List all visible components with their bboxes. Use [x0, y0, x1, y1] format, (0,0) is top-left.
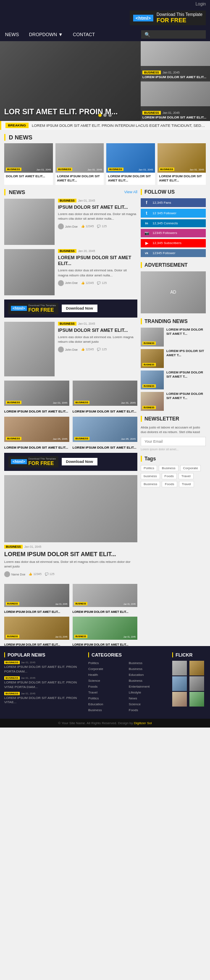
small-news-3[interactable]: BUSINESS Jan 05, 2045 LOREM IPSUM DOLOR … [4, 417, 69, 449]
footer-cat-business3[interactable]: Business [129, 678, 168, 683]
footer-cat-education2[interactable]: Education [88, 702, 128, 707]
footer-cat-business[interactable]: Business [129, 661, 168, 665]
tag-corporate[interactable]: Corporate [180, 465, 201, 471]
second-article-img [4, 249, 55, 295]
featured-tag-row: BUSINESS Jan 01, 2045 [58, 199, 137, 202]
tag-business2[interactable]: business [141, 473, 160, 479]
trending-card-3[interactable]: BUSINESS Jan 01, 2045 LOREM IPSUM DOLOR … [106, 143, 155, 185]
footer-cat-entertainment[interactable]: Entertainment [129, 684, 168, 689]
nav-dropdown[interactable]: DROPDOWN ▼ [28, 28, 64, 41]
footer-news-item-3[interactable]: BUSINESS Jan 01, 2045 LOREM IPSUM DOLOR … [4, 692, 84, 705]
footer-cat-politics2[interactable]: Politics [88, 696, 128, 701]
free-text: FOR FREE [157, 17, 202, 24]
flickr-img-1[interactable] [172, 661, 187, 675]
trending-sidebar-body-4: LOREM IPSUM DOLOR SIT AMET T... [166, 392, 206, 411]
search-input[interactable] [141, 30, 206, 39]
footer-cat-education[interactable]: Education [129, 673, 168, 677]
bottom-date-4: Jan 01, 2045 [123, 636, 136, 638]
follow-facebook[interactable]: f 12,345 Fans [141, 198, 206, 207]
bottom-small-2[interactable]: BUSINESS Jan 01, 2045 LOREM IPSUM DOLOR … [73, 584, 138, 613]
follow-twitter[interactable]: t 12 345 Follower [141, 209, 206, 218]
footer-cat-news[interactable]: News [129, 696, 168, 701]
tag-foods2[interactable]: Foods [162, 481, 177, 487]
small-news-4[interactable]: BUSINESS Jan 05, 2045 LOREM IPSUM DOLOR … [73, 417, 138, 449]
flickr-img-4[interactable] [189, 676, 204, 691]
login-link[interactable]: Login [196, 2, 206, 6]
trending-card-1[interactable]: BUSINESS Jan 01, 2045 DOLOR SIT AMET ELI… [4, 143, 53, 185]
trending-card-body-1: DOLOR SIT AMET ELIT... [4, 173, 53, 180]
footer-news-tag-row-1: BUSINESS Jan 01, 2045 [4, 661, 84, 664]
follow-instagram[interactable]: 📷 12345 Followers [141, 229, 206, 237]
flickr-img-2[interactable] [189, 661, 204, 675]
trending-card-4[interactable]: BUSINESS Jan 01, 2045 LOREM IPSUM DOLOR … [158, 143, 206, 185]
footer-news-text-1: LOREM IPSUM DOLOR SIT AMET ELIT. PROIN P… [4, 665, 84, 674]
second-article: BUSINESS Jan 20, 2045 LOREM IPSUM DOLOR … [4, 249, 137, 295]
footer-news-item-2[interactable]: BUSINESS Jan 01, 2045 LOREM IPSUM DOLOR … [4, 676, 84, 689]
bottom-title-2: LOREM IPSUM DOLOR SIT AMET ELIT... [73, 610, 138, 613]
footer-cat-business2[interactable]: Business [129, 667, 168, 671]
tag-politics[interactable]: Politics [141, 465, 157, 471]
footer-cat-travel[interactable]: Travel [88, 690, 128, 695]
flickr-img-6[interactable] [189, 692, 204, 707]
trending-sidebar-img-2: BUSINESS [141, 349, 164, 368]
tag-business3[interactable]: Business [141, 481, 160, 487]
trending-sidebar-img-3: BUSINESS [141, 370, 164, 389]
two-col-layout: NEWS View All BUSINESS Jan 01, 2045 IPSU… [0, 189, 210, 646]
ad-banner-2[interactable]: <html> Download This Template FOR FREE D… [4, 453, 137, 471]
flickr-img-5[interactable] [172, 692, 187, 707]
bottom-small-news: BUSINESS Jan 01, 2045 LOREM IPSUM DOLOR … [4, 584, 137, 646]
footer-cat-foods2[interactable]: Foods [129, 708, 168, 712]
trending-sidebar-2[interactable]: BUSINESS LOREM IPS DOLOR SIT AMET T... [141, 349, 206, 368]
footer: POPULAR NEWS BUSINESS Jan 01, 2045 LOREM… [0, 646, 210, 719]
tag-business[interactable]: Business [159, 465, 178, 471]
small-news-2[interactable]: BUSINESS Jan 01, 2045 LOREM IPSUM DOLOR … [73, 381, 138, 413]
ad-badge-code-2: <html> [11, 459, 27, 464]
tag-foods[interactable]: Foods [162, 473, 177, 479]
follow-linkedin[interactable]: in 12,345 Connects [141, 219, 206, 227]
small-date-1: Jan 01, 2045 [53, 402, 68, 404]
trending-sidebar-1[interactable]: BUSINESS LOREM IPSUM DOLOR SIT AMET T... [141, 328, 206, 347]
footer-cat-business4[interactable]: Business [88, 708, 128, 712]
view-all-link[interactable]: View All [124, 190, 137, 194]
tag-travel2[interactable]: Travel [179, 481, 194, 487]
follow-youtube[interactable]: ▶ 12,345 Subscribers [141, 239, 206, 247]
follow-vk-info: 12345 Follower [152, 251, 203, 255]
footer-cat-science[interactable]: Science [88, 678, 128, 683]
large-featured-date: Jan 01, 2045 [24, 545, 41, 548]
trending-card-2[interactable]: BUSINESS Jan 01, 2045 LOREM IPSUM DOLOR … [55, 143, 104, 185]
footer-cat-politics[interactable]: Politics [88, 661, 128, 665]
newsletter-email-input[interactable] [141, 437, 206, 446]
html-codex-badge[interactable]: <html> Download This Template FOR FREE [130, 11, 206, 25]
small-news-img-2: BUSINESS Jan 01, 2045 [73, 381, 138, 406]
hero-slider: LOR SIT AMET ELIT. PROIN M... BUSINESS J… [0, 41, 210, 121]
nav-contact[interactable]: CONTACT [72, 28, 96, 41]
follow-vk[interactable]: vk 12345 Follower [141, 249, 206, 257]
twitter-icon: t [143, 211, 150, 215]
trending-sidebar-4[interactable]: BUSINESS LOREM IPSUM DOLOR SIT AMET T... [141, 392, 206, 411]
more-news-1-author-name: John Doe [65, 348, 78, 351]
footer-bottom: © Your Site Name. All Rights Reserved. D… [0, 719, 210, 728]
bottom-small-1[interactable]: BUSINESS Jan 01, 2045 LOREM IPSUM DOLOR … [4, 584, 69, 613]
bottom-small-img-1: BUSINESS Jan 01, 2045 [4, 584, 69, 607]
bottom-small-3[interactable]: BUSINESS Jan 01, 2045 LOREM IPSUM DOLOR … [4, 617, 69, 646]
hero-side-item-1[interactable]: BUSINESS Jan 01, 2045 LOREM IPSUM DOLOR … [141, 41, 210, 81]
ad-download-btn-2[interactable]: Download Now [62, 458, 97, 465]
footer-cat-health[interactable]: Health [88, 673, 128, 677]
ad-download-btn[interactable]: Download Now [62, 305, 97, 312]
footer-cat-foods[interactable]: Foods [88, 684, 128, 689]
small-news-1[interactable]: BUSINESS Jan 01, 2045 LOREM IPSUM DOLOR … [4, 381, 69, 413]
footer-cat-science2[interactable]: Science [129, 702, 168, 707]
footer-cat-lifestyle[interactable]: Lifestyle [129, 690, 168, 695]
main-column: NEWS View All BUSINESS Jan 01, 2045 IPSU… [4, 189, 141, 646]
ad-banner-1[interactable]: <html> Download This Template FOR FREE D… [4, 300, 137, 318]
tag-travel[interactable]: Travel [178, 473, 194, 479]
bottom-small-4[interactable]: BUSINESS Jan 01, 2045 LOREM IPSUM DOLOR … [73, 617, 138, 646]
footer-news-item-1[interactable]: BUSINESS Jan 01, 2045 LOREM IPSUM DOLOR … [4, 661, 84, 674]
trending-sidebar-3[interactable]: BUSINESS LOREM IPSUM DOLOR SIT AMET T... [141, 370, 206, 389]
designer-link[interactable]: Digitizer Sol [134, 721, 152, 725]
hero-side-item-2[interactable]: BUSINESS Jan 01, 2045 LOREM IPSUM DOLOR … [141, 81, 210, 121]
bottom-small-img-4: BUSINESS Jan 01, 2045 [73, 617, 138, 640]
nav-news[interactable]: NEWS [4, 28, 20, 41]
footer-cat-corporate[interactable]: Corporate [88, 667, 128, 671]
flickr-img-3[interactable] [172, 676, 187, 691]
